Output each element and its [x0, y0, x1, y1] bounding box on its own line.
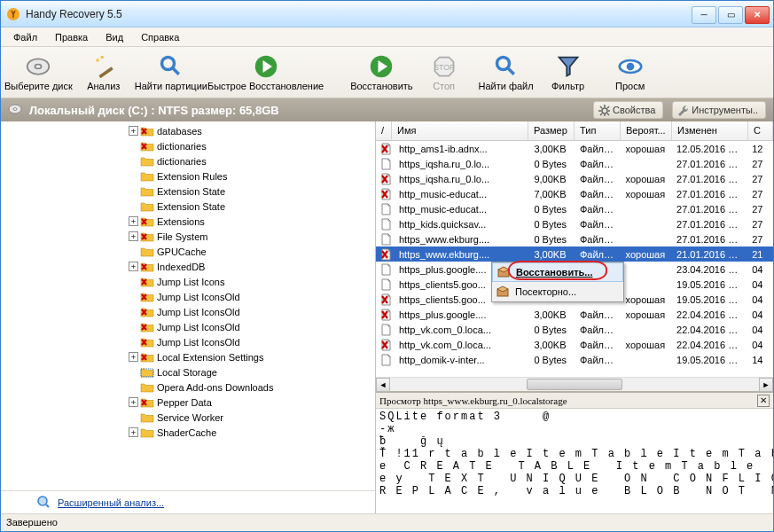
file-list[interactable]: http_ams1-ib.adnx...3,00KBФайл "...хорош… [376, 141, 773, 377]
cell-prob: хорошая [621, 309, 671, 320]
close-button[interactable]: ✕ [745, 6, 770, 24]
tree-item[interactable]: dictionaries [1, 153, 375, 168]
tree-item[interactable]: Jump List IconsOld [1, 319, 375, 334]
find-partitions-button[interactable]: Найти партиции [135, 49, 207, 97]
ctx-recover[interactable]: Восстановить... [492, 262, 623, 282]
minimize-button[interactable]: ─ [692, 6, 716, 24]
file-row[interactable]: http_music-educat...0 BytesФайл "...27.0… [376, 201, 773, 216]
cell-mod: 27.01.2016 6:... [671, 159, 747, 169]
col-prob[interactable]: Вероят... [621, 121, 672, 140]
file-row[interactable]: https_www.ekburg....0 BytesФайл "...27.0… [376, 231, 773, 246]
cell-name: https_www.ekburg.... [394, 249, 528, 260]
tree-item[interactable]: Jump List IconsOld [1, 304, 375, 319]
tree-item[interactable]: GPUCache [1, 244, 375, 259]
tree-item[interactable]: Jump List IconsOld [1, 289, 375, 304]
tree-expand-icon[interactable]: + [129, 397, 138, 407]
file-row[interactable]: http_ams1-ib.adnx...3,00KBФайл "...хорош… [376, 141, 773, 156]
file-row[interactable]: http_domik-v-inter...0 BytesФайл "...19.… [376, 352, 773, 367]
tree-item[interactable]: Jump List Icons [1, 274, 375, 289]
tree-expand-icon[interactable]: + [129, 262, 138, 271]
titlebar: Handy Recovery 5.5 ─ ▭ ✕ [1, 1, 773, 27]
menu-file[interactable]: Файл [6, 29, 44, 45]
folder-icon [140, 411, 154, 423]
col-mod[interactable]: Изменен [672, 121, 748, 140]
tree-item[interactable]: Opera Add-ons Downloads [1, 379, 375, 395]
search-icon [494, 54, 519, 79]
fast-recovery-button[interactable]: Быстрое Восстановление [207, 49, 324, 97]
col-size[interactable]: Размер [528, 121, 575, 140]
filter-button[interactable]: Фильтр [537, 49, 599, 97]
col-type[interactable]: Тип [575, 121, 621, 140]
tree-item[interactable]: +Local Extension Settings [1, 349, 375, 364]
h-scrollbar[interactable]: ◄ ► [376, 377, 773, 391]
tree-expand-icon[interactable]: + [129, 216, 138, 226]
tree-item[interactable]: Local Storage [1, 364, 375, 379]
select-disk-button[interactable]: Выберите диск [4, 49, 73, 97]
status-text: Завершено [6, 517, 58, 528]
tree-item[interactable]: Extension State [1, 199, 375, 214]
tools-button[interactable]: Инструменты.. [672, 101, 766, 119]
file-row[interactable]: http_vk.com_0.loca...3,00KBФайл "...хоро… [376, 337, 773, 352]
preview-button[interactable]: Просм [599, 49, 661, 97]
col-name[interactable]: Имя [392, 121, 528, 140]
maximize-button[interactable]: ▭ [718, 6, 743, 24]
tree-item[interactable]: +File System [1, 229, 375, 244]
file-row[interactable]: https_iqsha.ru_0.lo...0 BytesФайл "...27… [376, 156, 773, 171]
preview-close-button[interactable]: ✕ [757, 395, 770, 407]
tree-item-label: Jump List Icons [157, 277, 224, 287]
tree-item[interactable]: +IndexedDB [1, 259, 375, 274]
cell-c: 04 [747, 309, 773, 320]
tree-expand-icon[interactable]: + [129, 126, 138, 136]
tree-item[interactable]: Extension State [1, 184, 375, 199]
tree-item[interactable]: Service Worker [1, 410, 375, 425]
file-deleted-icon [379, 309, 392, 321]
cell-mod: 19.05.2016 13... [671, 355, 747, 365]
col-mark[interactable]: / [376, 121, 392, 140]
file-row[interactable]: https_iqsha.ru_0.lo...9,00KBФайл "...хор… [376, 171, 773, 186]
file-row[interactable]: https_www.ekburg....3,00KBФайл "...хорош… [376, 246, 773, 262]
folder-deleted-icon [140, 291, 154, 302]
ctx-sector[interactable]: Посекторно... [492, 282, 623, 301]
tree-expand-icon[interactable]: + [129, 427, 138, 437]
file-row[interactable]: https_plus.google....3,00KBФайл "...хоро… [376, 307, 773, 322]
folder-deleted-icon [140, 306, 154, 317]
search-icon [159, 54, 184, 79]
cell-mod: 27.01.2016 6:... [671, 234, 747, 245]
col-c[interactable]: С [748, 121, 773, 140]
app-logo-icon [6, 7, 20, 21]
folder-icon [140, 155, 154, 167]
tree-item[interactable]: +ShaderCache [1, 425, 375, 440]
tree-item[interactable]: Jump List IconsOld [1, 334, 375, 349]
scroll-left-button[interactable]: ◄ [376, 378, 390, 392]
tree-item-label: Local Storage [157, 367, 217, 378]
scroll-right-button[interactable]: ► [759, 378, 773, 392]
analyze-button[interactable]: Анализ [73, 49, 135, 97]
cell-size: 0 Bytes [528, 204, 575, 215]
cell-type: Файл "... [575, 144, 621, 154]
file-row[interactable]: http_music-educat...7,00KBФайл "...хорош… [376, 186, 773, 201]
menu-view[interactable]: Вид [98, 29, 130, 45]
folder-tree[interactable]: +databasesdictionariesdictionariesExtens… [1, 121, 375, 490]
scroll-thumb[interactable] [527, 379, 622, 390]
menu-help[interactable]: Справка [134, 29, 186, 45]
properties-button[interactable]: Свойства [593, 101, 663, 119]
file-row[interactable]: http_kids.quicksav...0 BytesФайл "...27.… [376, 216, 773, 231]
recover-button[interactable]: Восстановить [350, 49, 412, 97]
gear-icon [598, 104, 610, 116]
advanced-analysis-link[interactable]: Расширенный анализ... [58, 497, 164, 508]
tree-expand-icon [129, 246, 138, 256]
menu-edit[interactable]: Правка [48, 29, 95, 45]
tree-item[interactable]: +Extensions [1, 214, 375, 229]
tree-item[interactable]: Extension Rules [1, 168, 375, 184]
tree-expand-icon[interactable]: + [129, 352, 138, 362]
find-file-button[interactable]: Найти файл [475, 49, 537, 97]
file-row[interactable]: http_vk.com_0.loca...0 BytesФайл "...22.… [376, 322, 773, 337]
cell-c: 27 [747, 234, 773, 245]
stop-icon [432, 54, 457, 79]
tree-item[interactable]: +Pepper Data [1, 395, 375, 410]
tree-item[interactable]: dictionaries [1, 138, 375, 153]
cell-type: Файл "... [575, 309, 621, 320]
tree-expand-icon[interactable]: + [129, 231, 138, 241]
folder-icon [140, 426, 154, 438]
tree-item[interactable]: +databases [1, 123, 375, 138]
